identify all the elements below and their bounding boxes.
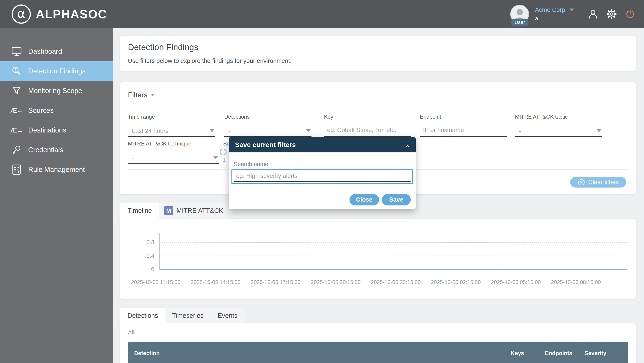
filters-toggle[interactable]: Filters xyxy=(128,91,154,99)
sidebar-item-dashboard[interactable]: Dashboard xyxy=(0,42,113,61)
close-button[interactable]: Close xyxy=(350,194,379,205)
field-label: MITRE ATT&CK tactic xyxy=(515,114,602,120)
key-input[interactable] xyxy=(327,127,408,134)
sidebar-item-monitoring-scope[interactable]: Monitoring Scope xyxy=(0,81,113,101)
tab-timeseries[interactable]: Timeseries xyxy=(166,308,210,323)
results-tab-strip: Timeseries Events xyxy=(166,308,245,323)
y-tick-08: 0.8 xyxy=(134,239,154,245)
app-root: α ALPHASOC User Acme Corp. a xyxy=(0,0,644,363)
tab-events[interactable]: Events xyxy=(210,308,245,323)
detections-select[interactable]: - xyxy=(224,126,312,137)
tab-label: Timeseries xyxy=(172,312,204,319)
filter-endpoint: Endpoint xyxy=(420,114,507,137)
user-role-badge: User xyxy=(511,19,528,26)
table-header-row: Detection Keys Endpoints Severity xyxy=(128,342,628,363)
x-tick: 2025-10-05 14:15:00 xyxy=(191,279,240,285)
logout-button[interactable] xyxy=(625,9,635,19)
modal-header: Save current filters x xyxy=(229,137,416,152)
sidebar-item-credentials[interactable]: Credentials xyxy=(0,140,113,160)
selected-value: Last 24 hours xyxy=(132,128,168,135)
sidebar-item-label: Monitoring Scope xyxy=(28,87,82,95)
chevron-down-icon xyxy=(151,94,154,96)
severity-option-label: 1 xyxy=(222,156,226,163)
chart-series-line xyxy=(160,269,628,270)
org-initial: a xyxy=(535,15,574,22)
funnel-icon xyxy=(11,86,22,95)
divider xyxy=(229,190,416,190)
sidebar-item-label: Sources xyxy=(28,107,54,115)
page-header-card: Detection Findings Use filters below to … xyxy=(120,36,636,71)
selected-value: - xyxy=(519,128,521,135)
chevron-down-icon xyxy=(210,129,214,132)
search-name-input[interactable] xyxy=(236,173,408,179)
clear-filters-button[interactable]: Clear filters xyxy=(570,177,626,188)
tab-label: Events xyxy=(218,312,238,319)
filters-title: Filters xyxy=(128,91,147,99)
search-name-field xyxy=(232,169,413,184)
settings-button[interactable] xyxy=(606,9,617,19)
column-header-severity: Severity xyxy=(584,350,606,356)
tab-label: Detections xyxy=(128,312,158,319)
profile-button[interactable] xyxy=(588,9,598,19)
scope-label: All xyxy=(128,329,134,336)
detections-table-card: All Detection Keys Endpoints Severity xyxy=(120,323,636,363)
sidebar-item-label: Destinations xyxy=(28,126,66,134)
x-axis-labels: 2025-10-05 11:15:00 2025-10-05 14:15:00 … xyxy=(131,279,601,285)
sidebar-item-label: Credentials xyxy=(28,146,63,154)
modal-title: Save current filters xyxy=(235,141,296,149)
field-label: Detections xyxy=(224,114,312,120)
org-block: Acme Corp. a xyxy=(535,7,574,22)
ae-right-arrow-icon: Æ→ xyxy=(11,126,22,134)
timeline-chart-card: 0.8 0.4 0 2025-10-05 11:15:00 2025-10-05… xyxy=(120,219,636,299)
sidebar-item-sources[interactable]: Æ← Sources xyxy=(0,101,113,120)
field-label: Endpoint xyxy=(420,114,507,120)
modal-close-icon[interactable]: x xyxy=(406,141,409,148)
search-alert-icon xyxy=(11,66,22,76)
gear-icon xyxy=(606,9,617,19)
circle-x-icon xyxy=(578,178,585,186)
chevron-down-icon xyxy=(306,129,310,132)
sidebar-item-rule-management[interactable]: Rule Management xyxy=(0,160,113,179)
results-tab-bar: Detections Timeseries Events xyxy=(120,308,245,323)
mitre-technique-select[interactable]: - xyxy=(128,153,219,164)
tab-label: Timeline xyxy=(128,207,152,214)
filter-mitre-tactic: MITRE ATT&CK tactic - xyxy=(515,114,602,137)
ae-left-arrow-icon: Æ← xyxy=(11,107,22,114)
x-tick: 2025-10-05 23:15:00 xyxy=(371,279,420,285)
sidebar-item-detection-findings[interactable]: Detection Findings xyxy=(0,61,113,81)
column-header-detection: Detection xyxy=(134,350,160,356)
save-button[interactable]: Save xyxy=(382,194,411,205)
tab-mitre-attack[interactable]: M MITRE ATT&CK xyxy=(160,203,228,219)
time-range-select[interactable]: Last 24 hours xyxy=(128,126,215,137)
tab-timeline[interactable]: Timeline xyxy=(120,203,160,219)
x-tick: 2025-10-06 05:15:00 xyxy=(491,279,541,285)
x-tick: 2025-10-05 17:15:00 xyxy=(251,279,300,285)
endpoint-input[interactable] xyxy=(423,127,504,134)
power-icon xyxy=(625,9,635,19)
column-header-endpoints: Endpoints xyxy=(545,350,572,356)
gridline-08 xyxy=(160,242,628,243)
key-icon xyxy=(11,145,22,155)
input-underline xyxy=(234,181,410,182)
filter-key: Key xyxy=(324,114,411,137)
field-label: Time range xyxy=(128,114,215,120)
sidebar-item-label: Dashboard xyxy=(28,48,62,56)
org-selector[interactable]: Acme Corp. xyxy=(535,7,574,14)
tab-detections[interactable]: Detections xyxy=(120,308,166,323)
timeline-tab-strip: M MITRE ATT&CK xyxy=(160,203,228,219)
y-tick-0: 0 xyxy=(134,266,154,273)
org-name: Acme Corp. xyxy=(535,7,567,14)
save-button-label: Save xyxy=(389,196,403,203)
filter-mitre-technique: MITRE ATT&CK technique - xyxy=(128,141,219,164)
user-avatar[interactable]: User xyxy=(510,5,529,24)
checklist-icon xyxy=(11,165,22,175)
search-name-label: Search name xyxy=(234,161,268,168)
tab-label: MITRE ATT&CK xyxy=(176,207,223,214)
mitre-tactic-select[interactable]: - xyxy=(515,126,602,137)
chevron-down-icon xyxy=(213,156,218,159)
brand-logo[interactable]: α ALPHASOC xyxy=(12,5,107,24)
sidebar-item-destinations[interactable]: Æ→ Destinations xyxy=(0,120,113,140)
x-tick: 2025-10-06 02:15:00 xyxy=(431,279,481,285)
severity-radio-1[interactable] xyxy=(220,149,226,155)
mitre-m-icon: M xyxy=(164,206,173,215)
